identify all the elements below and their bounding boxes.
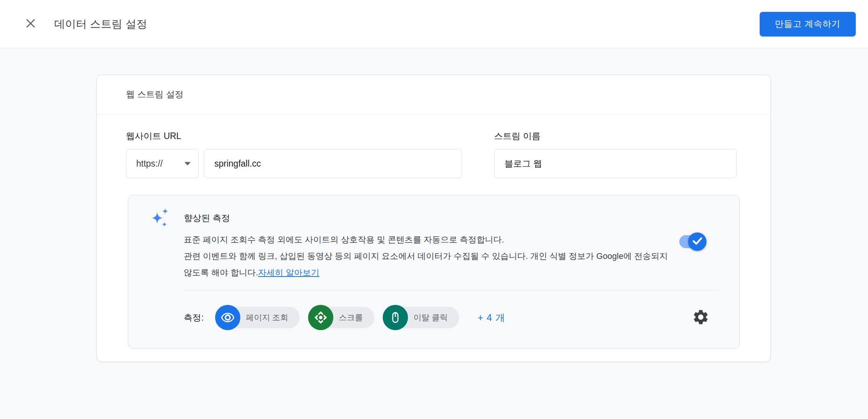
- toggle-thumb: [688, 232, 706, 251]
- measurement-chips-row: 측정: 페이지 조회: [184, 305, 710, 330]
- page-title: 데이터 스트림 설정: [54, 17, 147, 31]
- create-continue-button[interactable]: 만들고 계속하기: [760, 12, 856, 36]
- scroll-icon: [308, 305, 333, 330]
- protocol-value: https://: [136, 159, 163, 169]
- learn-more-link[interactable]: 자세히 알아보기: [258, 268, 319, 277]
- stream-form: 웹사이트 URL https:// 스트림 이름: [126, 130, 737, 178]
- close-icon: [24, 17, 37, 31]
- website-url-label: 웹사이트 URL: [126, 130, 462, 142]
- description-line-1: 표준 페이지 조회수 측정 외에도 사이트의 상호작용 및 콘텐츠를 자동으로 …: [184, 231, 672, 248]
- enhanced-measurement-title: 향상된 측정: [184, 212, 230, 224]
- enhanced-measurement-description: 표준 페이지 조회수 측정 외에도 사이트의 상호작용 및 콘텐츠를 자동으로 …: [184, 231, 672, 281]
- stream-name-label: 스트림 이름: [494, 130, 737, 142]
- sparkle-icon: [149, 207, 170, 229]
- stream-name-input[interactable]: [494, 149, 737, 178]
- enhanced-measurement-settings-button[interactable]: [691, 308, 710, 327]
- chevron-down-icon: [184, 162, 191, 165]
- divider: [184, 290, 719, 290]
- description-line-2: 관련 이벤트와 함께 링크, 삽입된 동영상 등의 페이지 요소에서 데이터가 …: [184, 248, 672, 281]
- website-url-input[interactable]: [204, 149, 462, 178]
- gear-icon: [692, 308, 710, 327]
- chip-page-view: 페이지 조회: [215, 305, 300, 330]
- more-measurements-link[interactable]: + 4 개: [478, 311, 505, 324]
- chip-outbound-click: 이탈 클릭: [383, 305, 459, 330]
- mouse-icon: [383, 305, 408, 330]
- eye-icon: [215, 305, 240, 330]
- measure-label: 측정:: [184, 312, 204, 324]
- check-icon: [692, 237, 702, 247]
- close-button[interactable]: [22, 16, 39, 33]
- header-bar: 데이터 스트림 설정 만들고 계속하기: [0, 0, 868, 48]
- card-title: 웹 스트림 설정: [97, 75, 770, 114]
- protocol-dropdown[interactable]: https://: [126, 149, 199, 178]
- enhanced-measurement-toggle[interactable]: [679, 235, 705, 248]
- enhanced-measurement-panel: 향상된 측정 표준 페이지 조회수 측정 외에도 사이트의 상호작용 및 콘텐츠…: [128, 195, 740, 349]
- web-stream-card: 웹 스트림 설정 웹사이트 URL https:// 스트림 이름: [96, 75, 771, 362]
- chip-scroll: 스크롤: [308, 305, 374, 330]
